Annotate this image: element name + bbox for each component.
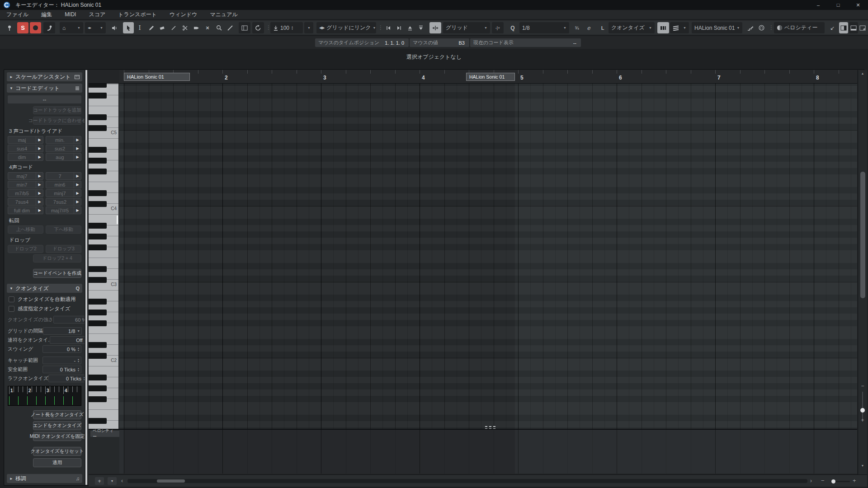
trim-tool[interactable] — [168, 22, 179, 33]
black-key[interactable] — [89, 353, 107, 359]
snap-type-dropdown[interactable]: グリッド▼ — [443, 22, 490, 33]
soft-quantize-checkbox[interactable] — [9, 306, 14, 312]
menu-3[interactable]: スコア — [82, 10, 112, 19]
controller-lane-label[interactable]: ベロシティー — [90, 431, 119, 437]
black-key[interactable] — [89, 244, 107, 250]
quantize-value-1[interactable]: 1/8▼ — [43, 327, 82, 335]
black-key[interactable] — [89, 201, 107, 207]
controller-lane-menu-button[interactable]: ▼ — [108, 477, 117, 485]
quantize-preset-dropdown[interactable]: 1/8▼ — [519, 22, 569, 33]
nudge-start-left-button[interactable] — [383, 22, 393, 33]
chord-button-maj75[interactable]: maj7/#5▶ — [46, 206, 81, 214]
chord-button-sus4[interactable]: sus4▶ — [8, 145, 43, 152]
quantize-action-b-0[interactable]: クオンタイズをリセット — [33, 447, 81, 456]
show-part-borders-dropdown[interactable]: ◂▸▼ — [85, 22, 106, 33]
vzoom-out-button[interactable]: − — [858, 383, 867, 389]
chord-button-maj[interactable]: maj▶ — [8, 136, 43, 144]
section-chord-edit[interactable]: ▼コードエディット — [7, 84, 82, 93]
chord-audition-arrow[interactable]: ▶ — [36, 154, 43, 160]
chord-audition-arrow[interactable]: ▶ — [36, 145, 43, 152]
scroll-left-arrow[interactable]: ‹ — [121, 478, 123, 484]
scroll-down-arrow[interactable]: ▼ — [858, 464, 867, 467]
chord-button-maj7[interactable]: maj7▶ — [8, 172, 43, 180]
chord-audition-arrow[interactable]: ▶ — [36, 173, 43, 179]
current-chord-display-field[interactable]: 現在のコード表示-- — [470, 38, 581, 47]
chord-button-fulldim[interactable]: full dim▶ — [8, 206, 43, 214]
chord-audition-arrow[interactable]: ▶ — [74, 154, 81, 160]
hzoom-slider-handle[interactable] — [831, 479, 835, 483]
scroll-up-arrow[interactable]: ▲ — [858, 72, 867, 75]
move-down-button[interactable] — [416, 22, 426, 33]
quantize-action-2[interactable]: MIDI クオンタイズを固定 — [33, 432, 81, 441]
menu-6[interactable]: マニュアル — [203, 10, 244, 19]
select-tool[interactable] — [123, 22, 134, 33]
chord-button-minj7[interactable]: minj7▶ — [46, 189, 81, 197]
menu-0[interactable]: ファイル — [0, 10, 35, 19]
tuplet-quantize-button[interactable]: ¾ — [571, 22, 582, 33]
chord-audition-arrow[interactable]: ▶ — [74, 136, 81, 143]
chord-audition-arrow[interactable]: ▶ — [74, 190, 81, 197]
maximize-button[interactable]: □ — [828, 0, 848, 10]
grid-link-dropdown[interactable]: ◀▶グリッドにリンク▼ — [316, 22, 376, 33]
black-key[interactable] — [89, 385, 107, 391]
hzoom-out-button[interactable]: − — [821, 477, 825, 484]
quantize-value-5[interactable]: 0 Ticks▲▼ — [42, 366, 81, 373]
drop-button-0[interactable]: ドロップ2 — [8, 245, 43, 253]
iterative-quantize-icon[interactable]: Q — [507, 22, 518, 33]
independent-loop-button[interactable] — [252, 22, 264, 33]
setup-toolbar-button[interactable] — [859, 22, 867, 33]
move-up-button[interactable] — [405, 22, 415, 33]
split-tool[interactable] — [179, 22, 190, 33]
solo-editor-button[interactable]: S — [17, 22, 28, 33]
minimize-button[interactable]: – — [808, 0, 828, 10]
black-key[interactable] — [89, 125, 107, 131]
quantize-value-2[interactable]: Off▲▼ — [50, 336, 85, 344]
menu-2[interactable]: MIDI — [58, 10, 82, 19]
auto-apply-quantize-checkbox[interactable] — [9, 296, 14, 302]
vzoom-slider-handle[interactable] — [860, 408, 865, 413]
mouse-value-field[interactable]: マウスの値B3 — [410, 38, 469, 47]
chord-button-aug[interactable]: aug▶ — [46, 153, 81, 161]
vertical-scrollbar-thumb[interactable] — [860, 172, 865, 298]
currently-edited-part-dropdown[interactable]: ⌂▼ — [60, 22, 83, 33]
snap-on-off-button[interactable] — [429, 22, 441, 33]
section-quantize[interactable]: ▼クオンタイズQ — [7, 284, 82, 293]
grid-relative-button[interactable]: -|+ — [492, 22, 504, 33]
chord-audition-arrow[interactable]: ▶ — [36, 207, 43, 214]
black-key[interactable] — [89, 277, 107, 283]
chord-audition-arrow[interactable]: ▶ — [74, 198, 81, 205]
note-display-grid[interactable] — [119, 84, 857, 429]
zoom-tool[interactable] — [213, 22, 224, 33]
chord-audition-arrow[interactable]: ▶ — [36, 190, 43, 197]
part-end-label[interactable]: HALion Sonic 01 — [466, 73, 515, 81]
horizontal-scrollbar-track[interactable] — [127, 479, 807, 483]
auto-scroll-button[interactable] — [239, 22, 250, 33]
black-key[interactable] — [89, 342, 107, 348]
record-in-editor-button[interactable] — [30, 22, 41, 33]
open-quantize-panel-button[interactable]: e — [583, 22, 594, 33]
add-chord-track-button[interactable]: コードトラックを追加 — [33, 106, 81, 114]
mouse-time-position-field[interactable]: マウスのタイムポジション1. 1. 1. 0 — [315, 38, 409, 47]
chord-audition-arrow[interactable]: ▶ — [74, 207, 81, 214]
chord-audition-arrow[interactable]: ▶ — [74, 181, 81, 188]
black-key[interactable] — [89, 320, 107, 326]
insert-velocity-field[interactable]: 100▲▼ — [270, 22, 303, 33]
menu-5[interactable]: ウィンドウ — [163, 10, 203, 19]
chord-audition-arrow[interactable]: ▶ — [36, 181, 43, 188]
chord-audition-arrow[interactable]: ▶ — [36, 136, 43, 143]
glue-tool[interactable] — [191, 22, 202, 33]
chord-button-m7b5[interactable]: m7/b5▶ — [8, 189, 43, 197]
ibeam-tool[interactable]: I — [134, 22, 145, 33]
inversion-button-1[interactable]: 下へ移動 — [46, 225, 81, 234]
chord-button-7[interactable]: 7▶ — [46, 172, 81, 180]
chord-button-7sus2[interactable]: 7sus2▶ — [46, 198, 81, 206]
black-key[interactable] — [89, 114, 107, 120]
black-key[interactable] — [89, 84, 107, 88]
black-key[interactable] — [89, 396, 107, 402]
chord-audition-arrow[interactable]: ▶ — [74, 145, 81, 152]
chord-button-min6[interactable]: min6▶ — [46, 181, 81, 188]
chord-audition-arrow[interactable]: ▶ — [36, 198, 43, 205]
show-note-expression-button[interactable] — [657, 22, 669, 33]
acoustic-feedback-button[interactable] — [43, 22, 55, 33]
match-chord-track-button[interactable]: コードトラックに合わせる — [33, 117, 81, 125]
